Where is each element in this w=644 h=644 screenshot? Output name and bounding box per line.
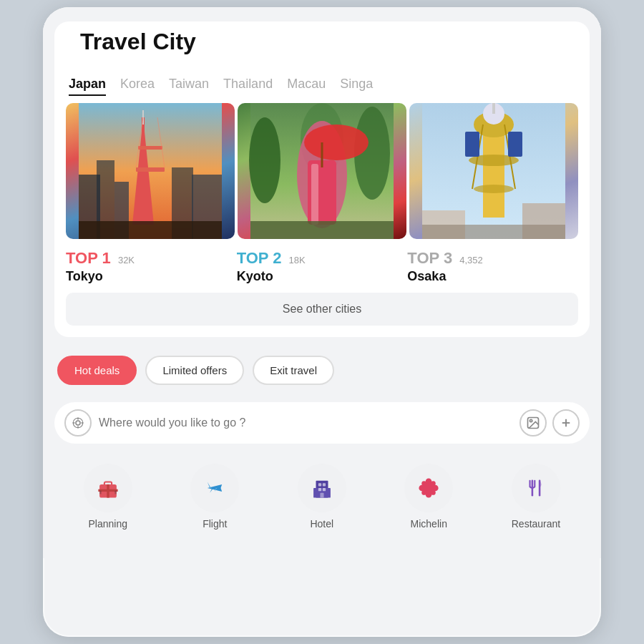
restaurant-icon-circle xyxy=(512,464,560,512)
svg-rect-34 xyxy=(508,132,522,157)
svg-rect-55 xyxy=(323,488,326,491)
filter-chips: Hot deals Limited offers Exit travel xyxy=(54,348,590,392)
svg-point-30 xyxy=(474,185,514,193)
hotel-label: Hotel xyxy=(310,518,333,530)
svg-rect-49 xyxy=(114,490,117,494)
tab-thailand[interactable]: Thailand xyxy=(223,77,273,96)
rank-osaka: TOP 3 4,352 Osaka xyxy=(407,249,578,284)
tabs-container: Japan Korea Taiwan Thailand Macau Singa xyxy=(66,67,578,103)
image-grid xyxy=(66,103,578,239)
planning-label: Planning xyxy=(89,518,128,530)
svg-rect-28 xyxy=(492,103,495,114)
tab-korea[interactable]: Korea xyxy=(120,77,155,96)
tab-taiwan[interactable]: Taiwan xyxy=(169,77,209,96)
svg-rect-47 xyxy=(107,484,109,498)
restaurant-label: Restaurant xyxy=(512,518,560,530)
image-search-button[interactable] xyxy=(519,409,547,436)
rank1-city: Tokyo xyxy=(66,269,237,284)
categories: Planning Flight xyxy=(54,457,590,537)
svg-point-21 xyxy=(304,125,369,160)
svg-point-38 xyxy=(76,421,80,425)
svg-rect-52 xyxy=(318,483,321,486)
svg-point-61 xyxy=(432,485,439,492)
svg-point-59 xyxy=(426,492,432,498)
add-button[interactable] xyxy=(552,409,580,436)
svg-rect-54 xyxy=(318,488,321,491)
svg-point-41 xyxy=(530,419,532,421)
svg-point-63 xyxy=(431,481,436,486)
category-flight[interactable]: Flight xyxy=(190,464,239,530)
svg-rect-13 xyxy=(79,221,222,239)
flight-icon-circle xyxy=(190,464,239,512)
svg-rect-53 xyxy=(323,483,326,486)
svg-rect-23 xyxy=(250,221,394,239)
app-title: Travel City xyxy=(66,21,578,67)
osaka-image[interactable] xyxy=(409,103,578,239)
svg-point-60 xyxy=(419,485,426,492)
kyoto-image[interactable] xyxy=(238,103,406,239)
voice-search-button[interactable] xyxy=(64,409,92,436)
rank3-city: Osaka xyxy=(407,269,578,284)
see-cities-button[interactable]: See other cities xyxy=(66,293,578,326)
svg-rect-8 xyxy=(136,167,165,172)
michelin-label: Michelin xyxy=(411,518,447,530)
rank2-label: TOP 2 18K xyxy=(237,249,408,268)
svg-rect-25 xyxy=(483,125,504,218)
category-michelin[interactable]: Michelin xyxy=(404,464,453,530)
svg-rect-37 xyxy=(422,225,565,239)
search-input[interactable] xyxy=(99,416,512,429)
tab-japan[interactable]: Japan xyxy=(69,77,106,96)
chip-hot-deals[interactable]: Hot deals xyxy=(57,356,137,385)
hotel-icon-circle xyxy=(298,464,346,512)
svg-point-15 xyxy=(249,117,280,203)
svg-rect-48 xyxy=(99,490,102,494)
tab-singapore[interactable]: Singa xyxy=(340,77,373,96)
rankings: TOP 1 32K Tokyo TOP 2 18K Kyoto TOP 3 4, xyxy=(66,249,578,284)
category-planning[interactable]: Planning xyxy=(84,464,132,530)
search-bar xyxy=(54,402,590,444)
svg-point-64 xyxy=(421,490,426,495)
planning-icon-circle xyxy=(84,464,132,512)
svg-point-65 xyxy=(431,490,436,495)
rank2-city: Kyoto xyxy=(237,269,408,284)
rank-tokyo: TOP 1 32K Tokyo xyxy=(66,249,237,284)
flight-label: Flight xyxy=(203,518,227,530)
svg-rect-56 xyxy=(320,493,323,498)
chip-limited-offers[interactable]: Limited offers xyxy=(145,356,244,385)
category-restaurant[interactable]: Restaurant xyxy=(512,464,560,530)
svg-rect-33 xyxy=(465,132,479,157)
tab-macau[interactable]: Macau xyxy=(287,77,326,96)
svg-rect-9 xyxy=(138,146,162,150)
rank-kyoto: TOP 2 18K Kyoto xyxy=(237,249,408,284)
category-hotel[interactable]: Hotel xyxy=(298,464,346,530)
rank1-label: TOP 1 32K xyxy=(66,249,237,268)
svg-rect-20 xyxy=(311,164,318,225)
rank3-label: TOP 3 4,352 xyxy=(407,249,578,268)
svg-point-58 xyxy=(426,478,432,484)
svg-point-62 xyxy=(421,481,426,486)
phone-frame: Travel City Japan Korea Taiwan Thailand … xyxy=(43,7,601,637)
michelin-icon-circle xyxy=(404,464,453,512)
tokyo-image[interactable] xyxy=(66,103,235,239)
chip-exit-travel[interactable]: Exit travel xyxy=(253,356,334,385)
